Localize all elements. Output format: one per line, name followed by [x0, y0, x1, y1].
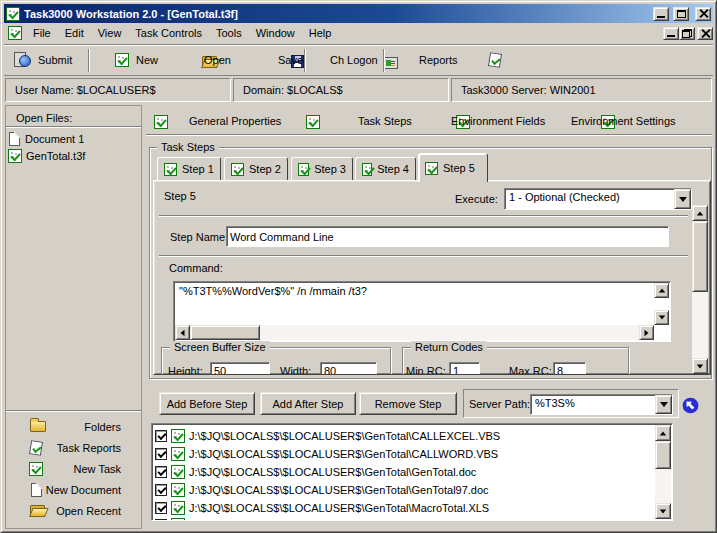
height-input[interactable] [210, 362, 270, 375]
command-scroll-right-button[interactable] [639, 325, 654, 340]
file-path: J:\$JQ\$LOCALS$\$LOCALUSER$\GenTotal\CAL… [189, 430, 500, 442]
command-scroll-left-button[interactable] [175, 325, 190, 340]
maximize-button[interactable] [673, 7, 689, 21]
server-path-dropdown[interactable]: %T3S% [530, 394, 673, 415]
tab-step-4[interactable]: Step 4 [355, 157, 416, 180]
sidebar-item-new-task[interactable]: New Task [29, 460, 121, 477]
file-path: E:\Program Files\Task3000 Example\GenTot… [189, 519, 414, 521]
nav-environment-settings[interactable]: Environment Settings [571, 115, 676, 127]
task-check-icon [171, 501, 185, 515]
task-check-icon [171, 465, 185, 479]
step-title: Step 5 [164, 190, 196, 202]
execute-dropdown[interactable]: 1 - Optional (Checked) [504, 188, 692, 210]
file-path: J:\$JQ\$LOCALS$\$LOCALUSER$\GenTotal\Gen… [189, 466, 476, 478]
toolbar-separator [304, 49, 306, 72]
step-name-input[interactable] [226, 226, 669, 247]
menu-tools[interactable]: Tools [209, 25, 249, 41]
sidebar-item-task-reports[interactable]: Task Reports [30, 439, 121, 456]
panel-vscroll-thumb[interactable] [692, 221, 708, 292]
submit-button[interactable]: Submit [38, 54, 72, 66]
nav-general-properties[interactable]: General Properties [189, 115, 281, 127]
open-file-item[interactable]: Document 1 [9, 131, 84, 147]
scroll-down-icon [658, 316, 664, 320]
save-button[interactable]: Save [278, 54, 303, 66]
menu-edit[interactable]: Edit [58, 25, 91, 41]
panel-scroll-up-button[interactable] [692, 205, 708, 221]
close-button[interactable] [695, 7, 711, 21]
reports-icon [488, 52, 502, 68]
file-checkbox[interactable] [155, 430, 167, 442]
open-recent-icon [29, 505, 45, 517]
task-steps-group-label: Task Steps [157, 141, 219, 153]
nav-task-steps[interactable]: Task Steps [358, 115, 412, 127]
tab-step-2[interactable]: Step 2 [224, 157, 288, 180]
list-scroll-down-button[interactable] [655, 503, 671, 519]
mdi-restore-icon [682, 29, 692, 38]
step-tab-icon [164, 163, 177, 176]
remove-step-button[interactable]: Remove Step [359, 392, 457, 415]
server-path-label: Server Path: [469, 398, 530, 410]
sidebar-item-open-recent[interactable]: Open Recent [29, 502, 121, 519]
add-before-step-button[interactable]: Add Before Step [159, 392, 255, 415]
sidebar-item-folders[interactable]: Folders [30, 418, 121, 435]
file-row[interactable]: J:\$JQ\$LOCALS$\$LOCALUSER$\GenTotal\Gen… [152, 463, 672, 481]
min-rc-input[interactable] [449, 362, 480, 375]
tab-step-5-active[interactable]: Step 5 [418, 153, 488, 182]
menu-file[interactable]: File [26, 25, 58, 41]
command-textarea[interactable]: "%T3T%%WordVer$%" /n /mmain /t3? [173, 281, 671, 342]
width-input[interactable] [320, 362, 377, 375]
mdi-minimize-button[interactable] [663, 27, 679, 40]
sidebar-item-new-document[interactable]: New Document [31, 481, 121, 498]
list-vscroll-thumb[interactable] [655, 441, 671, 469]
open-file-item[interactable]: GenTotal.t3f [8, 148, 85, 164]
info-bar: User Name: $LOCALUSER$ Domain: $LOCALS$ … [4, 77, 713, 103]
maximize-icon [677, 10, 686, 18]
max-rc-input[interactable] [553, 362, 586, 375]
document-menu-icon[interactable] [8, 26, 22, 40]
toolbar-separator [383, 49, 385, 72]
step-tab-icon [425, 162, 438, 175]
add-after-step-button[interactable]: Add After Step [260, 392, 356, 415]
sidebar-item-label: New Task [74, 463, 121, 475]
file-checkbox[interactable] [155, 448, 167, 460]
list-scroll-up-button[interactable] [655, 425, 671, 441]
file-row[interactable]: J:\$JQ\$LOCALS$\$LOCALUSER$\GenTotal\Mac… [152, 499, 672, 517]
tab-step-3[interactable]: Step 3 [291, 157, 353, 180]
panel-scroll-down-button[interactable] [692, 358, 708, 374]
minimize-button[interactable] [653, 7, 669, 21]
ch-logon-button[interactable]: Ch Logon [330, 54, 378, 66]
open-button[interactable]: Open [204, 54, 231, 66]
file-checkbox[interactable] [155, 502, 167, 514]
menu-window[interactable]: Window [249, 25, 302, 41]
file-row[interactable]: J:\$JQ\$LOCALS$\$LOCALUSER$\GenTotal\Gen… [152, 481, 672, 499]
menu-help[interactable]: Help [302, 25, 339, 41]
task-file-icon [8, 149, 22, 163]
menu-task-controls[interactable]: Task Controls [128, 25, 209, 41]
reports-button[interactable]: Reports [419, 54, 458, 66]
mdi-close-button[interactable] [697, 27, 713, 40]
file-row[interactable]: E:\Program Files\Task3000 Example\GenTot… [152, 516, 672, 521]
menu-view[interactable]: View [91, 25, 129, 41]
file-checkbox[interactable] [155, 466, 167, 478]
file-checkbox[interactable] [155, 484, 167, 496]
command-scroll-up-button[interactable] [654, 283, 669, 298]
new-document-icon [31, 483, 42, 497]
file-row[interactable]: J:\$JQ\$LOCALS$\$LOCALUSER$\GenTotal\CAL… [152, 427, 672, 445]
tab-label: Step 3 [314, 163, 346, 175]
new-button[interactable]: New [136, 54, 158, 66]
file-checkbox[interactable] [155, 519, 167, 521]
file-row[interactable]: J:\$JQ\$LOCALS$\$LOCALUSER$\GenTotal\CAL… [152, 445, 672, 463]
sidebar-divider [6, 410, 141, 412]
nav-environment-fields[interactable]: Environment Fields [451, 115, 545, 127]
command-scroll-down-button[interactable] [654, 310, 669, 325]
execute-dropdown-button[interactable] [674, 189, 691, 209]
file-list[interactable]: J:\$JQ\$LOCALS$\$LOCALUSER$\GenTotal\CAL… [151, 423, 673, 521]
mdi-restore-button[interactable] [679, 27, 695, 40]
sidebar-item-label: Folders [84, 421, 121, 433]
task-check-icon [171, 447, 185, 461]
server-path-dropdown-button[interactable] [655, 395, 672, 414]
command-hscroll-thumb[interactable] [190, 325, 260, 340]
server-path-go-button[interactable] [682, 397, 699, 414]
menu-bar: File Edit View Task Controls Tools Windo… [4, 23, 713, 43]
tab-step-1[interactable]: Step 1 [157, 157, 221, 180]
